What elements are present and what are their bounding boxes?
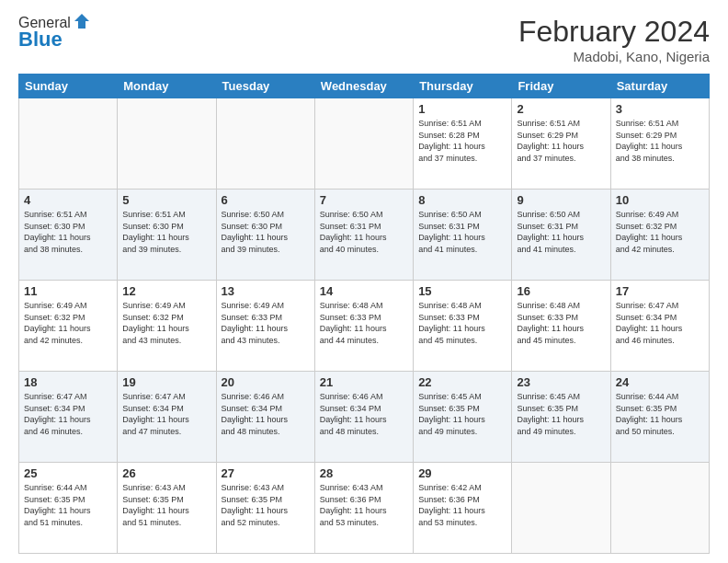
logo: General Blue (18, 15, 91, 52)
week-row-1: 1Sunrise: 6:51 AM Sunset: 6:28 PM Daylig… (19, 98, 710, 190)
day-info: Sunrise: 6:42 AM Sunset: 6:36 PM Dayligh… (418, 482, 506, 528)
day-number: 26 (122, 466, 210, 480)
col-saturday: Saturday (610, 75, 709, 98)
logo-blue-text: Blue (18, 28, 91, 52)
title-block: February 2024 Madobi, Kano, Nigeria (518, 15, 710, 64)
day-cell (610, 463, 709, 554)
calendar-title: February 2024 (518, 15, 710, 49)
day-cell: 28Sunrise: 6:43 AM Sunset: 6:36 PM Dayli… (314, 463, 413, 554)
day-info: Sunrise: 6:46 AM Sunset: 6:34 PM Dayligh… (320, 391, 408, 437)
day-number: 3 (616, 102, 704, 116)
logo-icon (73, 12, 91, 30)
header-row: Sunday Monday Tuesday Wednesday Thursday… (19, 75, 710, 98)
day-info: Sunrise: 6:47 AM Sunset: 6:34 PM Dayligh… (24, 391, 112, 437)
day-number: 11 (24, 284, 112, 298)
day-info: Sunrise: 6:43 AM Sunset: 6:35 PM Dayligh… (222, 482, 310, 528)
day-cell (512, 463, 610, 554)
col-tuesday: Tuesday (216, 75, 314, 98)
day-cell: 16Sunrise: 6:48 AM Sunset: 6:33 PM Dayli… (512, 281, 610, 372)
day-info: Sunrise: 6:50 AM Sunset: 6:31 PM Dayligh… (320, 209, 408, 255)
svg-marker-0 (74, 14, 89, 29)
col-friday: Friday (512, 75, 610, 98)
day-cell: 11Sunrise: 6:49 AM Sunset: 6:32 PM Dayli… (19, 281, 118, 372)
day-cell: 24Sunrise: 6:44 AM Sunset: 6:35 PM Dayli… (610, 372, 709, 463)
col-sunday: Sunday (19, 75, 118, 98)
day-cell: 20Sunrise: 6:46 AM Sunset: 6:34 PM Dayli… (216, 372, 314, 463)
day-info: Sunrise: 6:46 AM Sunset: 6:34 PM Dayligh… (222, 391, 310, 437)
day-number: 2 (517, 102, 605, 116)
week-row-4: 18Sunrise: 6:47 AM Sunset: 6:34 PM Dayli… (19, 372, 710, 463)
day-cell: 25Sunrise: 6:44 AM Sunset: 6:35 PM Dayli… (19, 463, 118, 554)
day-number: 14 (320, 284, 408, 298)
day-cell: 17Sunrise: 6:47 AM Sunset: 6:34 PM Dayli… (610, 281, 709, 372)
day-cell (19, 98, 118, 190)
col-wednesday: Wednesday (314, 75, 413, 98)
day-info: Sunrise: 6:45 AM Sunset: 6:35 PM Dayligh… (418, 391, 506, 437)
day-number: 21 (320, 375, 408, 389)
day-info: Sunrise: 6:44 AM Sunset: 6:35 PM Dayligh… (24, 482, 112, 528)
day-number: 24 (616, 375, 704, 389)
week-row-5: 25Sunrise: 6:44 AM Sunset: 6:35 PM Dayli… (19, 463, 710, 554)
day-cell: 9Sunrise: 6:50 AM Sunset: 6:31 PM Daylig… (512, 190, 610, 281)
day-number: 27 (222, 466, 310, 480)
day-cell (314, 98, 413, 190)
day-cell: 4Sunrise: 6:51 AM Sunset: 6:30 PM Daylig… (19, 190, 118, 281)
week-row-3: 11Sunrise: 6:49 AM Sunset: 6:32 PM Dayli… (19, 281, 710, 372)
day-number: 1 (418, 102, 506, 116)
day-info: Sunrise: 6:51 AM Sunset: 6:29 PM Dayligh… (517, 118, 605, 164)
day-cell: 21Sunrise: 6:46 AM Sunset: 6:34 PM Dayli… (314, 372, 413, 463)
day-info: Sunrise: 6:49 AM Sunset: 6:32 PM Dayligh… (122, 300, 210, 346)
day-cell: 8Sunrise: 6:50 AM Sunset: 6:31 PM Daylig… (414, 190, 512, 281)
day-number: 5 (122, 193, 210, 207)
day-cell: 10Sunrise: 6:49 AM Sunset: 6:32 PM Dayli… (610, 190, 709, 281)
day-number: 23 (517, 375, 605, 389)
day-info: Sunrise: 6:50 AM Sunset: 6:30 PM Dayligh… (222, 209, 310, 255)
day-number: 10 (616, 193, 704, 207)
day-cell: 6Sunrise: 6:50 AM Sunset: 6:30 PM Daylig… (216, 190, 314, 281)
day-number: 12 (122, 284, 210, 298)
day-cell: 22Sunrise: 6:45 AM Sunset: 6:35 PM Dayli… (414, 372, 512, 463)
day-number: 13 (222, 284, 310, 298)
day-number: 17 (616, 284, 704, 298)
day-cell: 14Sunrise: 6:48 AM Sunset: 6:33 PM Dayli… (314, 281, 413, 372)
day-number: 28 (320, 466, 408, 480)
day-cell: 26Sunrise: 6:43 AM Sunset: 6:35 PM Dayli… (118, 463, 216, 554)
day-info: Sunrise: 6:51 AM Sunset: 6:28 PM Dayligh… (418, 118, 506, 164)
day-info: Sunrise: 6:44 AM Sunset: 6:35 PM Dayligh… (616, 391, 704, 437)
day-cell (118, 98, 216, 190)
week-row-2: 4Sunrise: 6:51 AM Sunset: 6:30 PM Daylig… (19, 190, 710, 281)
day-number: 25 (24, 466, 112, 480)
day-info: Sunrise: 6:48 AM Sunset: 6:33 PM Dayligh… (418, 300, 506, 346)
day-cell: 2Sunrise: 6:51 AM Sunset: 6:29 PM Daylig… (512, 98, 610, 190)
day-cell: 27Sunrise: 6:43 AM Sunset: 6:35 PM Dayli… (216, 463, 314, 554)
day-info: Sunrise: 6:43 AM Sunset: 6:35 PM Dayligh… (122, 482, 210, 528)
day-info: Sunrise: 6:49 AM Sunset: 6:32 PM Dayligh… (616, 209, 704, 255)
day-info: Sunrise: 6:51 AM Sunset: 6:30 PM Dayligh… (24, 209, 112, 255)
day-info: Sunrise: 6:50 AM Sunset: 6:31 PM Dayligh… (517, 209, 605, 255)
col-thursday: Thursday (414, 75, 512, 98)
day-info: Sunrise: 6:50 AM Sunset: 6:31 PM Dayligh… (418, 209, 506, 255)
day-number: 15 (418, 284, 506, 298)
day-cell: 5Sunrise: 6:51 AM Sunset: 6:30 PM Daylig… (118, 190, 216, 281)
day-cell: 29Sunrise: 6:42 AM Sunset: 6:36 PM Dayli… (414, 463, 512, 554)
day-cell: 19Sunrise: 6:47 AM Sunset: 6:34 PM Dayli… (118, 372, 216, 463)
day-number: 20 (222, 375, 310, 389)
day-number: 19 (122, 375, 210, 389)
day-number: 29 (418, 466, 506, 480)
day-number: 8 (418, 193, 506, 207)
day-number: 4 (24, 193, 112, 207)
day-number: 9 (517, 193, 605, 207)
day-info: Sunrise: 6:45 AM Sunset: 6:35 PM Dayligh… (517, 391, 605, 437)
day-number: 18 (24, 375, 112, 389)
header: General Blue February 2024 Madobi, Kano,… (18, 15, 710, 64)
day-cell: 13Sunrise: 6:49 AM Sunset: 6:33 PM Dayli… (216, 281, 314, 372)
day-info: Sunrise: 6:47 AM Sunset: 6:34 PM Dayligh… (122, 391, 210, 437)
day-info: Sunrise: 6:43 AM Sunset: 6:36 PM Dayligh… (320, 482, 408, 528)
day-info: Sunrise: 6:49 AM Sunset: 6:33 PM Dayligh… (222, 300, 310, 346)
calendar-subtitle: Madobi, Kano, Nigeria (518, 49, 710, 64)
day-info: Sunrise: 6:47 AM Sunset: 6:34 PM Dayligh… (616, 300, 704, 346)
day-number: 22 (418, 375, 506, 389)
calendar-table: Sunday Monday Tuesday Wednesday Thursday… (18, 74, 710, 554)
day-cell: 15Sunrise: 6:48 AM Sunset: 6:33 PM Dayli… (414, 281, 512, 372)
day-info: Sunrise: 6:49 AM Sunset: 6:32 PM Dayligh… (24, 300, 112, 346)
